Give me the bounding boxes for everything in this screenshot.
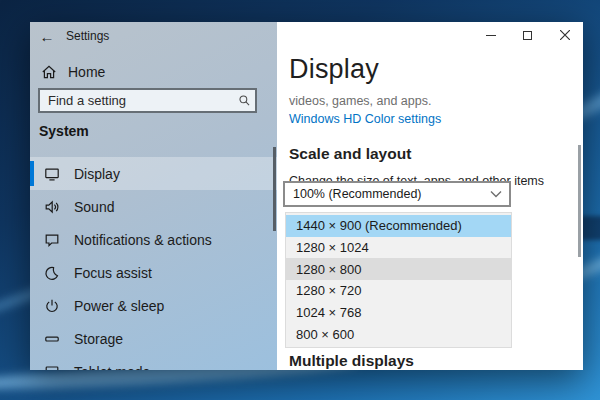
maximize-button[interactable] <box>509 22 546 48</box>
scale-layout-heading: Scale and layout <box>289 145 411 163</box>
resolution-option[interactable]: 1440 × 900 (Recommended) <box>286 215 511 237</box>
sound-icon <box>44 199 60 215</box>
focus-assist-icon <box>44 265 60 281</box>
search-icon <box>233 90 255 111</box>
sidebar-item-label: Display <box>74 166 120 182</box>
maximize-icon <box>523 31 532 40</box>
notifications-icon <box>44 232 60 248</box>
close-icon <box>560 30 570 40</box>
scale-select[interactable]: 100% (Recommended) <box>283 181 511 207</box>
resolution-option[interactable]: 1280 × 800 <box>286 258 511 280</box>
sidebar-scrollbar[interactable] <box>273 147 276 231</box>
resolution-option[interactable]: 1280 × 1024 <box>286 237 511 259</box>
sidebar-item-display[interactable]: Display <box>30 157 277 190</box>
sidebar-item-label: Notifications & actions <box>74 232 212 248</box>
content-scrollbar[interactable] <box>578 145 581 257</box>
storage-icon <box>44 331 60 347</box>
window-title: Settings <box>66 29 109 43</box>
scale-select-value: 100% (Recommended) <box>285 187 483 201</box>
chevron-down-icon <box>483 190 509 198</box>
sidebar-item-power-sleep[interactable]: Power & sleep <box>30 289 277 322</box>
page-title: Display <box>289 54 379 85</box>
search-input[interactable] <box>40 90 233 111</box>
settings-content: Display videos, games, and apps. Windows… <box>277 22 583 370</box>
sidebar-titlebar: ← Settings <box>30 22 277 50</box>
home-label: Home <box>68 64 105 80</box>
minimize-button[interactable] <box>472 22 509 48</box>
resolution-dropdown-list: 1440 × 900 (Recommended)1280 × 10241280 … <box>285 212 512 348</box>
sidebar-item-label: Sound <box>74 199 114 215</box>
resolution-option[interactable]: 1024 × 768 <box>286 302 511 324</box>
sidebar-item-tablet-mode[interactable]: Tablet mode <box>30 355 277 370</box>
sidebar-item-focus-assist[interactable]: Focus assist <box>30 256 277 289</box>
power-icon <box>44 298 60 314</box>
sidebar-item-label: Power & sleep <box>74 298 164 314</box>
display-icon <box>44 166 60 182</box>
sidebar-item-notifications-actions[interactable]: Notifications & actions <box>30 223 277 256</box>
back-button[interactable]: ← <box>30 22 64 50</box>
settings-window: ← Settings Home <box>30 22 583 370</box>
minimize-icon <box>486 35 496 36</box>
sidebar-item-label: Focus assist <box>74 265 152 281</box>
settings-sidebar: ← Settings Home <box>30 22 277 370</box>
back-arrow-icon: ← <box>40 28 55 45</box>
sidebar-item-sound[interactable]: Sound <box>30 190 277 223</box>
sidebar-section-label: System <box>39 123 89 139</box>
multiple-displays-heading: Multiple displays <box>289 352 414 370</box>
resolution-option[interactable]: 1280 × 720 <box>286 280 511 302</box>
sidebar-item-home[interactable]: Home <box>30 58 277 86</box>
sidebar-nav: DisplaySoundNotifications & actionsFocus… <box>30 157 277 370</box>
tablet-mode-icon <box>44 364 60 371</box>
page-subtitle: videos, games, and apps. <box>289 94 431 108</box>
sidebar-item-label: Tablet mode <box>74 364 150 371</box>
home-icon <box>41 64 57 80</box>
sidebar-item-storage[interactable]: Storage <box>30 322 277 355</box>
window-controls <box>472 22 583 48</box>
desktop-wallpaper: ← Settings Home <box>0 0 600 400</box>
search-box[interactable] <box>38 88 257 113</box>
windows-hd-color-link[interactable]: Windows HD Color settings <box>289 112 441 126</box>
close-button[interactable] <box>546 22 583 48</box>
sidebar-item-label: Storage <box>74 331 123 347</box>
resolution-option[interactable]: 800 × 600 <box>286 323 511 345</box>
